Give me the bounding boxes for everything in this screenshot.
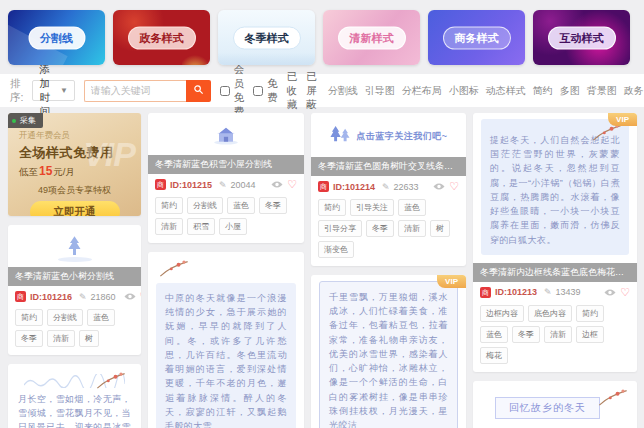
pencil-icon: ✎ (219, 180, 227, 190)
category-card-divider[interactable]: 分割线 (8, 10, 105, 65)
category-card-interactive[interactable]: 互动样式 (533, 10, 630, 65)
style-tag[interactable]: 梅花 (480, 347, 508, 364)
checkbox-icon[interactable] (253, 86, 263, 96)
preview-body-text: 千里雪飘，万里狼烟，溪水成冰，人们忙碌着美食，准备过年，包着粘豆包，拉着家常，准… (329, 290, 448, 428)
style-tag[interactable]: 蓝色 (398, 199, 426, 216)
style-card[interactable]: VIP千里雪飘，万里狼烟，溪水成冰，人们忙碌着美食，准备过年，包着粘豆包，拉着家… (311, 275, 466, 428)
blocked-link[interactable]: 已屏蔽 (306, 70, 317, 112)
checkbox-icon[interactable] (220, 86, 230, 96)
plum-branch-icon (95, 370, 127, 394)
style-tag[interactable]: 小屋 (219, 218, 247, 235)
promo-perks: 49项会员专享特权 (19, 184, 130, 197)
card-preview (8, 225, 141, 267)
style-tag[interactable]: 树 (79, 330, 99, 347)
free-label: 免费 (267, 77, 278, 105)
promo-card[interactable]: 采集开通年费会员全场样式免费用低至15元/月VIP49项会员专享特权立即开通 (8, 113, 141, 216)
style-masonry-grid: 采集开通年费会员全场样式免费用低至15元/月VIP49项会员专享特权立即开通冬季… (0, 107, 644, 428)
filter-tag-link[interactable]: 分割线 (328, 84, 358, 98)
sort-select[interactable]: 添加时间 ▼ (32, 80, 74, 101)
heart-icon[interactable]: ♡ (620, 287, 630, 298)
style-tag[interactable]: 清新 (398, 220, 426, 237)
style-tag[interactable]: 简约 (15, 309, 43, 326)
category-card-label: 分割线 (28, 26, 85, 49)
style-id: ID:101216 (30, 292, 72, 302)
category-banner: 分割线 政务样式 冬季样式 清新样式 商务样式 互动样式 (0, 0, 644, 69)
category-card-gov[interactable]: 政务样式 (113, 10, 210, 65)
filter-tag-link[interactable]: 政务 (624, 84, 644, 98)
style-tag[interactable]: 蓝色 (480, 326, 508, 343)
pencil-icon: ✎ (382, 182, 390, 192)
use-count: 22633 (394, 182, 419, 192)
card-preview: 提起冬天，人们自然会想起北国茫茫雪野的世界，灰蒙蒙的。说起冬天，忽然想到豆腐，是… (473, 113, 637, 263)
collect-badge[interactable]: 采集 (8, 113, 43, 128)
style-card[interactable]: 回忆故乡的冬天人的记忆真是很奇特，许多年过去了，而对于故乡里这山的所有细枝末节，… (473, 381, 637, 428)
category-card-winter[interactable]: 冬季样式 (218, 10, 315, 65)
style-card[interactable]: 中原的冬天就像是一个浪漫纯情的少女，急于展示她的妩媚，早早的就降到了人间。冬，或… (148, 252, 304, 428)
favorited-link[interactable]: 已收藏 (287, 70, 298, 112)
style-tag[interactable]: 边框内容 (480, 305, 524, 322)
free-checkbox[interactable]: 免费 (253, 77, 278, 105)
style-card[interactable]: VIP提起冬天，人们自然会想起北国茫茫雪野的世界，灰蒙蒙的。说起冬天，忽然想到豆… (473, 113, 637, 372)
style-tag[interactable]: 蓝色 (227, 197, 255, 214)
filter-tag-link[interactable]: 多图 (560, 84, 580, 98)
filter-tag-link[interactable]: 背景图 (587, 84, 617, 98)
open-vip-button[interactable]: 立即开通 (30, 201, 120, 216)
style-tag[interactable]: 分割线 (187, 197, 223, 214)
preview-body-text: 月长空，雪如烟，冷无声，雪倾城，雪花飘月不见，当日风景已去，迎来的是冰雪寒天，还… (18, 392, 131, 428)
plum-branch-icon (158, 258, 296, 282)
style-tag[interactable]: 底色内容 (528, 305, 572, 322)
search-input[interactable] (84, 80, 186, 102)
style-tag[interactable]: 简约 (155, 197, 183, 214)
eye-icon[interactable] (124, 292, 136, 301)
price-value: 15 (38, 164, 53, 178)
style-tag[interactable]: 冬季 (259, 197, 287, 214)
member-free-checkbox[interactable]: 会员免费 (220, 63, 245, 119)
text-box: 中原的冬天就像是一个浪漫纯情的少女，急于展示她的妩媚，早早的就降到了人间。冬，或… (156, 283, 296, 428)
heart-icon[interactable]: ♡ (287, 179, 297, 190)
commercial-use-icon: 商 (155, 179, 166, 190)
card-preview: 月长空，雪如烟，冷无声，雪倾城，雪花飘月不见，当日风景已去，迎来的是冰雪寒天，还… (8, 364, 141, 428)
style-tag[interactable]: 冬季 (15, 330, 43, 347)
style-tag[interactable]: 引导分享 (318, 220, 362, 237)
style-card[interactable]: 冬季清新蓝色小树分割线商ID:101216✎21860♡简约分割线蓝色冬季清新树 (8, 225, 141, 355)
style-tag[interactable]: 树 (430, 220, 450, 237)
preview-body-text: 中原的冬天就像是一个浪漫纯情的少女，急于展示她的妩媚，早早的就降到了人间。冬，或… (165, 291, 287, 428)
style-tag[interactable]: 简约 (576, 305, 604, 322)
style-tag[interactable]: 清新 (544, 326, 572, 343)
search-button[interactable] (186, 80, 211, 102)
eye-icon[interactable] (433, 182, 445, 191)
eye-icon[interactable] (271, 180, 283, 189)
style-card-tags: 边框内容底色内容简约蓝色冬季清新边框梅花 (473, 300, 637, 372)
style-tag[interactable]: 冬季 (366, 220, 394, 237)
chevron-down-icon: ▼ (60, 86, 68, 95)
style-tag[interactable]: 蓝色 (87, 309, 115, 326)
style-tag[interactable]: 清新 (47, 330, 75, 347)
style-card-meta: 商ID:101214✎22633♡ (311, 176, 466, 194)
card-preview: 中原的冬天就像是一个浪漫纯情的少女，急于展示她的妩媚，早早的就降到了人间。冬，或… (148, 252, 304, 428)
style-id: ID:101213 (495, 287, 537, 297)
filter-tag-link[interactable]: 动态样式 (486, 84, 526, 98)
filter-tag-link[interactable]: 分栏布局 (402, 84, 442, 98)
style-tag[interactable]: 冬季 (512, 326, 540, 343)
heart-icon[interactable]: ♡ (449, 181, 459, 192)
style-card[interactable]: 月长空，雪如烟，冷无声，雪倾城，雪花飘月不见，当日风景已去，迎来的是冰雪寒天，还… (8, 364, 141, 428)
filter-tag-link[interactable]: 引导图 (365, 84, 395, 98)
style-card[interactable]: 点击蓝字关注我们吧~冬季清新蓝色圆角树叶交叉线条引导关注收藏分享商ID:1012… (311, 113, 466, 266)
style-tag[interactable]: 渐变色 (318, 241, 354, 258)
category-card-fresh[interactable]: 清新样式 (323, 10, 420, 65)
style-tag[interactable]: 边框 (576, 326, 604, 343)
filter-tag-link[interactable]: 小图标 (449, 84, 479, 98)
style-tag[interactable]: 清新 (155, 218, 183, 235)
eye-icon[interactable] (604, 288, 616, 297)
style-card[interactable]: 冬季清新蓝色积雪小屋分割线商ID:101215✎20044♡简约分割线蓝色冬季清… (148, 113, 304, 243)
heart-icon[interactable]: ♡ (140, 291, 141, 302)
category-card-business[interactable]: 商务样式 (428, 10, 525, 65)
text-box: 千里雪飘，万里狼烟，溪水成冰，人们忙碌着美食，准备过年，包着粘豆包，拉着家常，准… (319, 281, 458, 428)
filter-tag-link[interactable]: 简约 (533, 84, 553, 98)
style-tag[interactable]: 积雪 (187, 218, 215, 235)
style-card-title: 冬季清新蓝色小树分割线 (8, 267, 141, 286)
category-card-label: 冬季样式 (233, 26, 301, 49)
style-tag[interactable]: 分割线 (47, 309, 83, 326)
style-tag[interactable]: 引导关注 (350, 199, 394, 216)
style-tag[interactable]: 简约 (318, 199, 346, 216)
